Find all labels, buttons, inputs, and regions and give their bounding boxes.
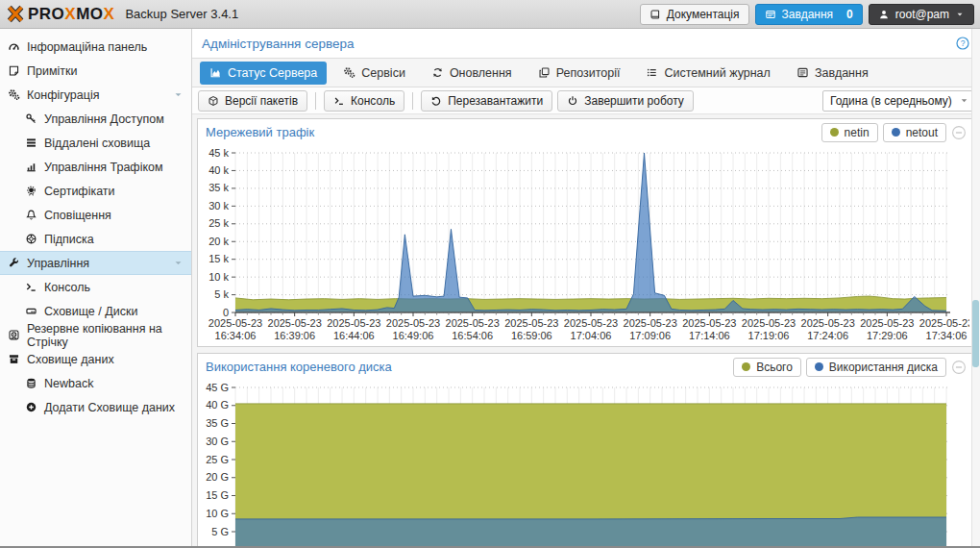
svg-text:25 k: 25 k xyxy=(208,217,229,229)
tasks-count-badge: 0 xyxy=(846,8,853,21)
svg-text:16:44:06: 16:44:06 xyxy=(333,330,375,341)
tab-1[interactable]: Сервіси xyxy=(333,62,415,85)
svg-text:16:39:06: 16:39:06 xyxy=(274,330,315,341)
gears-icon xyxy=(8,88,20,101)
svg-text:0: 0 xyxy=(223,307,229,318)
tab-label: Завдання xyxy=(815,66,869,80)
sidebar-item-8[interactable]: Підписка xyxy=(0,227,191,251)
svg-text:17:14:06: 17:14:06 xyxy=(689,330,730,341)
toolbar-button-1[interactable]: Консоль xyxy=(324,90,404,112)
svg-text:16:59:06: 16:59:06 xyxy=(511,330,552,341)
navigation-sidebar: Інформаційна панельПриміткиКонфігураціяУ… xyxy=(0,29,192,546)
svg-text:5 G: 5 G xyxy=(211,526,229,537)
sidebar-item-label: Управління Доступом xyxy=(44,112,164,126)
sidebar-item-0[interactable]: Інформаційна панель xyxy=(0,35,191,59)
svg-text:2025-05-23: 2025-05-23 xyxy=(446,317,500,329)
legend-Використання диска[interactable]: Використання диска xyxy=(806,358,946,377)
svg-text:30 G: 30 G xyxy=(206,436,229,447)
sidebar-item-3[interactable]: Управління Доступом xyxy=(0,107,191,131)
toolbar-button-2[interactable]: Перезавантажити xyxy=(421,90,552,112)
cube-icon xyxy=(208,95,219,107)
sidebar-item-4[interactable]: Віддалені сховища xyxy=(0,131,191,155)
tab-3[interactable]: Репозиторії xyxy=(528,62,630,85)
sidebar-item-10[interactable]: Консоль xyxy=(0,275,191,299)
svg-text:17:34:06: 17:34:06 xyxy=(926,330,968,341)
user-menu-button[interactable]: root@pam xyxy=(869,4,974,25)
legend-dot xyxy=(830,128,839,137)
legend-label: netout xyxy=(906,126,938,139)
toolbar-separator xyxy=(315,92,316,110)
tasks-icon xyxy=(765,9,776,20)
svg-text:2025-05-23: 2025-05-23 xyxy=(208,317,262,329)
sidebar-item-6[interactable]: Сертифікати xyxy=(0,179,191,203)
brand-wordmark: PROXMOX xyxy=(28,6,114,22)
content-scrollbar-thumb[interactable] xyxy=(972,300,979,367)
sidebar-item-label: Консоль xyxy=(44,281,90,294)
sidebar-item-12[interactable]: Резервне копіювання на Стрічку xyxy=(0,323,191,347)
sidebar-item-15[interactable]: Додати Сховище даних xyxy=(0,395,191,419)
gauge-icon xyxy=(8,40,20,53)
chevron-down-icon xyxy=(173,258,184,268)
root-disk-title: Використання кореневого диска xyxy=(206,360,392,374)
sidebar-item-5[interactable]: Управління Трафіком xyxy=(0,155,191,179)
sidebar-item-13[interactable]: Сховище даних xyxy=(0,347,191,371)
tasks-button[interactable]: Завдання0 xyxy=(755,4,863,25)
minus-circle-icon[interactable] xyxy=(951,360,967,375)
svg-text:35 k: 35 k xyxy=(208,182,229,193)
tab-0[interactable]: Статус Сервера xyxy=(200,62,327,85)
legend-dot xyxy=(742,362,750,371)
caret-down-icon xyxy=(955,10,965,19)
toolbar-button-label: Завершити роботу xyxy=(584,94,684,108)
svg-text:2025-05-23: 2025-05-23 xyxy=(564,317,618,329)
toolbar-button-label: Перезавантажити xyxy=(448,94,543,108)
list-icon xyxy=(646,66,658,79)
user-menu-label: root@pam xyxy=(895,8,949,21)
sidebar-item-14[interactable]: Newback xyxy=(0,371,191,395)
toolbar-button-label: Консоль xyxy=(351,94,395,108)
key-icon xyxy=(25,112,37,125)
certificate-icon xyxy=(25,185,37,197)
documentation-button[interactable]: Документація xyxy=(640,4,749,25)
sidebar-item-label: Інформаційна панель xyxy=(27,40,147,54)
legend-netin[interactable]: netin xyxy=(821,123,878,142)
legend-dot xyxy=(892,128,900,137)
tab-5[interactable]: Завдання xyxy=(787,62,878,85)
sidebar-item-7[interactable]: Сповіщення xyxy=(0,203,191,227)
minus-circle-icon[interactable] xyxy=(951,125,967,140)
svg-text:2025-05-23: 2025-05-23 xyxy=(682,317,736,329)
sidebar-item-label: Newback xyxy=(44,377,93,390)
network-traffic-chart: 45 k40 k35 k30 k25 k20 k15 k10 k5 k02025… xyxy=(201,145,969,343)
toolbar-button-0[interactable]: Версії пакетів xyxy=(198,90,307,112)
svg-text:17:24:06: 17:24:06 xyxy=(807,330,848,341)
toolbar-separator xyxy=(412,92,413,110)
svg-text:15 G: 15 G xyxy=(206,489,229,501)
content-scrollbar-track[interactable] xyxy=(971,29,980,546)
tab-4[interactable]: Системний журнал xyxy=(636,62,779,85)
root-disk-panel: Використання кореневого диска ВсьогоВико… xyxy=(197,353,975,546)
svg-text:10 k: 10 k xyxy=(208,271,229,283)
svg-text:16:49:06: 16:49:06 xyxy=(393,330,434,341)
sidebar-item-11[interactable]: Сховище / Диски xyxy=(0,299,191,323)
tab-label: Оновлення xyxy=(450,66,512,80)
sidebar-item-2[interactable]: Конфігурація xyxy=(0,83,191,107)
user-icon xyxy=(878,9,890,20)
wrench-icon xyxy=(8,257,20,269)
svg-text:15 k: 15 k xyxy=(208,253,229,264)
svg-text:2025-05-23: 2025-05-23 xyxy=(801,317,855,329)
sidebar-item-label: Сертифікати xyxy=(44,185,115,198)
timeframe-select[interactable]: Година (в середньому) xyxy=(822,90,974,112)
help-icon[interactable]: ? xyxy=(955,36,970,51)
legend-netout[interactable]: netout xyxy=(883,123,946,142)
sidebar-item-9[interactable]: Управління xyxy=(0,251,191,275)
svg-text:17:04:06: 17:04:06 xyxy=(571,330,612,341)
network-traffic-panel: Мережевий трафік netinnetout 45 k40 k35 … xyxy=(197,118,975,347)
undo-icon xyxy=(430,95,442,107)
tab-2[interactable]: Оновлення xyxy=(422,62,522,85)
sidebar-item-label: Конфігурація xyxy=(27,88,99,102)
note-icon xyxy=(8,64,20,77)
svg-text:25 G: 25 G xyxy=(206,454,229,465)
svg-text:45 G: 45 G xyxy=(206,382,229,393)
legend-Всього[interactable]: Всього xyxy=(733,358,801,377)
toolbar-button-3[interactable]: Завершити роботу xyxy=(557,90,694,112)
sidebar-item-1[interactable]: Примітки xyxy=(0,59,191,83)
